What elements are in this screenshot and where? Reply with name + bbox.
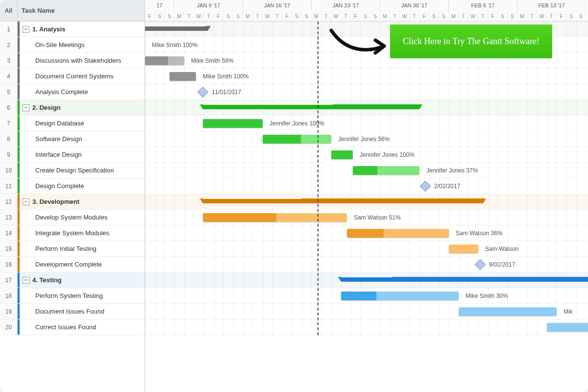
task-row[interactable]: 8Software Design — [0, 131, 145, 147]
timeline-row[interactable]: Jennifer Jones 100% — [145, 147, 588, 163]
task-row[interactable]: 9Interface Design — [0, 147, 145, 163]
task-name-cell[interactable]: Perform Initial Testing — [20, 241, 145, 256]
task-name-cell[interactable]: Integrate System Modules — [20, 225, 145, 241]
task-row[interactable]: 7Design Database — [0, 116, 145, 131]
timeline-row[interactable] — [145, 100, 588, 116]
task-group-row[interactable]: 12−3. Development — [0, 194, 145, 210]
cta-button[interactable]: Click Here to Try The Gantt Software! — [390, 24, 552, 58]
timeline-row[interactable]: Mik — [145, 304, 588, 319]
task-row[interactable]: 19Document Issues Found — [0, 304, 145, 319]
group-bar[interactable] — [341, 277, 588, 282]
task-number: 5 — [0, 84, 18, 99]
timeline-row[interactable] — [145, 194, 588, 210]
task-row[interactable]: 3Discussions with Stakeholders — [0, 53, 145, 69]
col-all-header[interactable]: All — [0, 0, 18, 21]
timeline-day: W — [331, 11, 341, 22]
task-panel: All Task Name 1−1. Analysis2On-Site Meet… — [0, 0, 145, 392]
task-bar[interactable] — [353, 166, 419, 175]
task-name-cell[interactable]: Development Complete — [20, 257, 145, 272]
task-bar[interactable] — [145, 56, 184, 65]
task-number: 19 — [0, 304, 18, 319]
task-name-cell[interactable]: −1. Analysis — [20, 22, 145, 37]
collapse-icon[interactable]: − — [23, 198, 29, 205]
task-row[interactable]: 2On-Site Meetings — [0, 37, 145, 53]
task-bar[interactable] — [449, 245, 478, 253]
timeline-day: S — [233, 11, 243, 22]
bar-label: Jennifer Jones 56% — [338, 131, 390, 147]
timeline-day: S — [165, 11, 174, 22]
timeline-row[interactable]: Jennifer Jones 37% — [145, 163, 588, 178]
task-name-cell[interactable]: Correct Issues Found — [20, 319, 145, 335]
task-name-cell[interactable]: Design Complete — [20, 178, 145, 194]
task-row[interactable]: 10Create Design Specification — [0, 163, 145, 178]
timeline-row[interactable]: Mike Smith 30% — [145, 288, 588, 304]
task-group-row[interactable]: 17−4. Testing — [0, 272, 145, 288]
milestone-icon[interactable] — [197, 87, 209, 98]
task-row[interactable]: 20Correct Issues Found — [0, 319, 145, 335]
timeline-day: W — [263, 11, 272, 22]
task-bar[interactable] — [547, 323, 588, 332]
task-name-cell[interactable]: −4. Testing — [20, 272, 145, 288]
task-name-cell[interactable]: Document Issues Found — [20, 304, 145, 319]
task-bar[interactable] — [170, 72, 196, 81]
task-name-cell[interactable]: −3. Development — [20, 194, 145, 209]
task-bar[interactable] — [203, 213, 347, 222]
timeline-row[interactable]: Sam Watson — [145, 241, 588, 257]
task-name-cell[interactable]: Analysis Complete — [20, 84, 145, 99]
task-row[interactable]: 11Design Complete — [0, 178, 145, 194]
collapse-icon[interactable]: − — [23, 277, 29, 284]
task-name-cell[interactable]: Perform System Testing — [20, 288, 145, 303]
gantt-timeline[interactable]: 17JAN 9 '17JAN 16 '17JAN 23 '17JAN 30 '1… — [145, 0, 588, 392]
timeline-week: FEB 6 '17 — [449, 0, 517, 11]
collapse-icon[interactable]: − — [23, 104, 29, 111]
task-row[interactable]: 16Development Complete — [0, 257, 145, 272]
task-bar[interactable] — [263, 135, 331, 144]
timeline-row[interactable]: Jennifer Jones 100% — [145, 116, 588, 131]
task-bar[interactable] — [203, 119, 263, 128]
task-name-cell[interactable]: Software Design — [20, 131, 145, 147]
timeline-row[interactable] — [145, 319, 588, 335]
milestone-icon[interactable] — [420, 181, 431, 192]
task-bar[interactable] — [341, 292, 459, 300]
task-name-cell[interactable]: Create Design Specification — [20, 163, 145, 178]
task-row[interactable]: 15Perform Initial Testing — [0, 241, 145, 257]
timeline-row[interactable]: Sam Watson 51% — [145, 210, 588, 225]
timeline-row[interactable]: 11/01/2017 — [145, 84, 588, 100]
group-bar[interactable] — [145, 26, 208, 31]
timeline-row[interactable]: Jennifer Jones 56% — [145, 131, 588, 147]
timeline-row[interactable]: Mike Smith 100% — [145, 69, 588, 84]
bar-label: 9/02/2017 — [489, 257, 515, 272]
task-row[interactable]: 18Perform System Testing — [0, 288, 145, 304]
task-bar[interactable] — [459, 307, 557, 316]
task-group-row[interactable]: 6−2. Design — [0, 100, 145, 116]
task-bar[interactable] — [347, 229, 449, 238]
collapse-icon[interactable]: − — [23, 26, 29, 33]
task-name-cell[interactable]: On-Site Meetings — [20, 37, 145, 52]
task-row[interactable]: 5Analysis Complete — [0, 84, 145, 100]
group-bar[interactable] — [203, 104, 419, 109]
task-bar[interactable] — [331, 150, 353, 159]
task-row[interactable]: 13Develop System Modules — [0, 210, 145, 225]
milestone-icon[interactable] — [475, 259, 486, 270]
timeline-row[interactable]: Sam Watson 36% — [145, 225, 588, 241]
task-name-cell[interactable]: Discussions with Stakeholders — [20, 53, 145, 68]
task-name-cell[interactable]: Document Current Systems — [20, 69, 145, 84]
timeline-row[interactable]: 9/02/2017 — [145, 257, 588, 272]
task-number: 12 — [0, 194, 18, 209]
col-taskname-header[interactable]: Task Name — [18, 0, 145, 21]
timeline-day: F — [214, 11, 223, 22]
task-name-label: Perform Initial Testing — [35, 245, 97, 252]
group-bar[interactable] — [203, 198, 483, 203]
task-group-row[interactable]: 1−1. Analysis — [0, 22, 145, 37]
timeline-row[interactable] — [145, 272, 588, 288]
task-row[interactable]: 14Integrate System Modules — [0, 225, 145, 241]
task-name-cell[interactable]: Develop System Modules — [20, 210, 145, 225]
timeline-day: M — [312, 11, 321, 22]
task-name-cell[interactable]: Design Database — [20, 116, 145, 131]
timeline-row[interactable]: 2/02/2017 — [145, 178, 588, 194]
task-row[interactable]: 4Document Current Systems — [0, 69, 145, 84]
task-name-label: Development Complete — [35, 261, 102, 268]
task-name-cell[interactable]: −2. Design — [20, 100, 145, 115]
timeline-day: S — [361, 11, 370, 22]
task-name-cell[interactable]: Interface Design — [20, 147, 145, 162]
